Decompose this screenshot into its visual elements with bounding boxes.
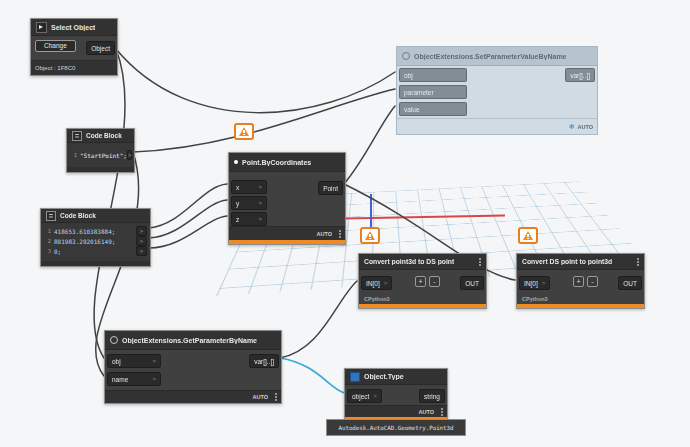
node-header[interactable]: Select Object xyxy=(31,19,117,36)
warning-icon[interactable] xyxy=(234,123,254,140)
wire[interactable] xyxy=(149,200,227,238)
output-port-point[interactable]: Point xyxy=(318,181,343,195)
input-port-name[interactable]: name > xyxy=(107,372,161,386)
node-title: Object.Type xyxy=(364,373,404,380)
code-text[interactable]: 0; xyxy=(54,248,61,255)
input-port-value[interactable]: value > xyxy=(399,102,467,116)
input-port-parameter[interactable]: parameter > xyxy=(399,85,467,99)
node-select-object[interactable]: Select Object Change Object Object : 1F8… xyxy=(30,18,118,76)
node-header[interactable]: Convert DS point to point3d xyxy=(517,254,644,270)
python-engine-label: CPython3 xyxy=(517,294,644,304)
node-get-parameter-by-name[interactable]: ObjectExtensions.GetParameterByName obj … xyxy=(104,330,282,404)
port-label: Object xyxy=(91,45,110,52)
wire[interactable] xyxy=(149,216,227,248)
node-header[interactable]: Object.Type xyxy=(345,369,447,385)
warning-icon[interactable] xyxy=(518,227,538,244)
output-port[interactable]: > xyxy=(136,236,147,246)
node-title: Convert point3d to DS point xyxy=(364,258,454,265)
output-port-object[interactable]: Object xyxy=(86,41,115,55)
wire[interactable] xyxy=(116,49,395,113)
object-type-icon xyxy=(350,372,360,382)
output-port-string[interactable]: string xyxy=(419,389,445,403)
wire[interactable] xyxy=(280,281,357,358)
output-port[interactable]: > xyxy=(136,246,147,256)
node-object-type[interactable]: Object.Type object > string AUTO xyxy=(344,368,448,422)
lacing-auto-label[interactable]: AUTO xyxy=(253,394,268,400)
node-options-icon[interactable] xyxy=(339,233,341,235)
code-text[interactable]: 418653.610383884; xyxy=(54,228,115,235)
warning-triangle-icon xyxy=(523,231,533,240)
freeze-icon: ❄ xyxy=(569,123,575,131)
warning-state-bar xyxy=(359,304,486,308)
input-port-x[interactable]: x > xyxy=(231,180,267,194)
object-extensions-icon xyxy=(402,52,410,60)
node-convert-ds-point-to-point3d[interactable]: Convert DS point to point3d IN[0] > + - … xyxy=(516,253,645,309)
remove-input-button[interactable]: - xyxy=(429,276,440,287)
port-arrow-icon: > xyxy=(258,200,262,206)
input-port-in0[interactable]: IN[0] > xyxy=(519,276,550,290)
port-label: Point xyxy=(323,185,338,192)
code-block-resize-edge[interactable] xyxy=(67,167,134,172)
wire[interactable] xyxy=(133,89,395,152)
node-header[interactable]: Point.ByCoordinates xyxy=(229,153,345,172)
port-label: x xyxy=(236,184,239,191)
node-title: Select Object xyxy=(51,24,95,31)
node-code-block-coordinates[interactable]: Code Block 1 418653.610383884; > 2 80198… xyxy=(40,208,151,267)
remove-input-button[interactable]: - xyxy=(587,276,598,287)
warning-triangle-icon xyxy=(365,231,375,240)
code-text[interactable]: 801983.292016149; xyxy=(54,238,115,245)
input-port-y[interactable]: y > xyxy=(231,196,267,210)
input-port-obj[interactable]: obj > xyxy=(107,354,161,368)
output-port-out[interactable]: OUT xyxy=(460,276,484,290)
node-options-icon[interactable] xyxy=(275,396,277,398)
node-header[interactable]: Code Block xyxy=(41,209,150,223)
port-label: obj xyxy=(404,72,413,79)
port-arrow-icon: > xyxy=(384,280,388,286)
node-code-block-startpoint[interactable]: Code Block 1 "StartPoint"; > xyxy=(66,128,135,173)
input-port-object[interactable]: object > xyxy=(347,389,382,403)
code-text[interactable]: "StartPoint"; xyxy=(80,152,127,159)
node-set-parameter-value-by-name[interactable]: ObjectExtensions.SetParameterValueByName… xyxy=(396,46,598,135)
warning-state-bar xyxy=(229,240,345,244)
node-options-icon[interactable] xyxy=(441,411,443,413)
code-block-resize-edge[interactable] xyxy=(41,261,150,266)
wire[interactable] xyxy=(94,49,125,358)
python-engine-label: CPython3 xyxy=(359,294,486,304)
point-icon xyxy=(234,160,238,164)
node-convert-point3d-to-ds-point[interactable]: Convert point3d to DS point IN[0] > + - … xyxy=(358,253,487,309)
code-block-icon xyxy=(72,131,82,141)
code-editor[interactable]: 1 418653.610383884; > 2 801983.292016149… xyxy=(41,223,150,261)
port-arrow-icon: > xyxy=(258,184,262,190)
change-button[interactable]: Change xyxy=(35,40,76,52)
output-port[interactable]: > xyxy=(136,226,147,236)
wire-selected[interactable] xyxy=(280,358,345,393)
code-editor[interactable]: 1 "StartPoint"; > xyxy=(67,143,134,167)
port-arrow-icon: > xyxy=(373,393,377,399)
input-port-in0[interactable]: IN[0] > xyxy=(361,276,392,290)
lacing-auto-label[interactable]: AUTO xyxy=(317,231,332,237)
output-port[interactable]: > xyxy=(127,150,132,160)
port-arrow-icon: > xyxy=(542,280,546,286)
output-port-var[interactable]: var[]..[] xyxy=(565,68,595,82)
lacing-auto-label[interactable]: AUTO xyxy=(578,124,593,130)
add-input-button[interactable]: + xyxy=(573,276,584,287)
node-options-icon[interactable] xyxy=(637,261,639,263)
wire[interactable] xyxy=(149,184,227,228)
input-port-obj[interactable]: obj > xyxy=(399,68,467,82)
warning-state-bar xyxy=(517,304,644,308)
lacing-auto-label[interactable]: AUTO xyxy=(419,409,434,415)
node-header[interactable]: Convert point3d to DS point xyxy=(359,254,486,270)
output-port-out[interactable]: OUT xyxy=(618,276,642,290)
node-header[interactable]: ObjectExtensions.GetParameterByName xyxy=(105,331,281,350)
node-header[interactable]: Code Block xyxy=(67,129,134,143)
dynamo-canvas[interactable]: Select Object Change Object Object : 1F8… xyxy=(0,0,690,447)
input-port-z[interactable]: z > xyxy=(231,212,267,226)
wire[interactable] xyxy=(344,106,395,184)
add-input-button[interactable]: + xyxy=(415,276,426,287)
node-header[interactable]: ObjectExtensions.SetParameterValueByName xyxy=(397,47,597,66)
port-label: IN[0] xyxy=(524,280,538,287)
node-options-icon[interactable] xyxy=(479,261,481,263)
warning-icon[interactable] xyxy=(360,227,380,244)
node-point-bycoordinates[interactable]: Point.ByCoordinates x > y > z > Point AU… xyxy=(228,152,346,245)
output-port-var[interactable]: var[]..[] xyxy=(249,354,279,368)
